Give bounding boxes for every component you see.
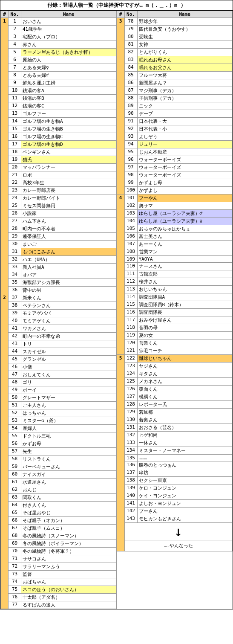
character-name: そば屋おやじ	[21, 509, 117, 517]
character-number: 24	[9, 194, 21, 202]
table-row: 125メカネさん	[117, 378, 233, 386]
table-row: 100かずよし	[117, 187, 233, 194]
character-number: 62	[9, 486, 21, 494]
table-row: 126覆面くん	[117, 386, 233, 393]
character-name: おおさる（芸名）	[137, 424, 233, 432]
table-row: 12銭湯の客C	[1, 102, 117, 110]
character-name: おんじ	[21, 486, 117, 494]
table-row: 68冬の風物詩（スノーマン）	[1, 532, 117, 540]
table-row: 143モヒカンもどきさん	[117, 515, 233, 523]
character-name: 調査団隊長	[137, 309, 233, 316]
table-row: 56かずお母	[1, 440, 117, 448]
character-number: 131	[124, 424, 137, 432]
character-number: 43	[9, 340, 21, 348]
table-row: 17ゴルフ場の生き物D	[1, 141, 117, 148]
character-name: 41歳学生	[21, 26, 117, 33]
character-number: 60	[9, 471, 21, 479]
table-row: 129若旦那	[117, 409, 233, 416]
table-row: 134ミスター・ノーマネー	[117, 447, 233, 455]
character-number: 42	[9, 333, 21, 340]
table-row: 114調査団隊員A	[117, 293, 233, 301]
character-number: 95	[124, 148, 137, 156]
table-row: 117おみやげ屋さん	[117, 316, 233, 324]
table-row: 67そば親子（ムスコ）	[1, 525, 117, 532]
character-number: 91	[124, 118, 137, 125]
character-name: ベテランさん	[21, 302, 117, 310]
character-name: ウォーターボーイズ	[137, 171, 233, 179]
table-row: 23カレー野郎店長	[1, 187, 117, 194]
character-name: おじいちゃん	[137, 286, 233, 293]
character-name: 調査団隊員A	[137, 293, 233, 301]
character-number: 129	[124, 409, 137, 416]
character-name: ハエ（UMA）	[21, 256, 117, 264]
character-number: 30	[9, 241, 21, 248]
character-number: 40	[9, 317, 21, 325]
table-row: 111古館次郎	[117, 270, 233, 278]
character-name: ササコさん	[21, 555, 117, 563]
table-row: 4101フーやん	[117, 194, 233, 202]
character-number: 140	[124, 492, 137, 500]
character-name: 冬の風物詩（ボイラーマン）	[21, 540, 117, 548]
table-row: 127横綱くん	[117, 393, 233, 401]
character-name: 関取くん	[21, 494, 117, 502]
character-name: カレー野郎店長	[21, 187, 117, 194]
character-name: ミスター・ノーマネー	[137, 447, 233, 455]
character-number: 7	[9, 64, 21, 72]
character-number: 29	[9, 233, 21, 241]
character-name: 背中の男	[21, 287, 117, 294]
table-row: 103ゆらし屋（ユーラシア夫妻）♂	[117, 210, 233, 218]
table-row: 7とある夫婦♀	[1, 64, 117, 72]
table-row: 49ボーイ	[1, 386, 117, 394]
character-name: ご主人さん	[21, 402, 117, 409]
table-row: 130若奥さん	[117, 416, 233, 424]
table-row: 42町内一の不幸な弟	[1, 333, 117, 340]
table-row: 133一休さん	[117, 439, 233, 447]
character-number: 92	[124, 125, 137, 133]
character-number: 111	[124, 270, 137, 278]
table-row: 116調査団隊長	[117, 309, 233, 316]
character-name: ケイ・ヨンジュン	[137, 492, 233, 500]
table-row: 131おおさる（芸名）	[117, 424, 233, 432]
character-number: 79	[124, 26, 137, 33]
character-name: モヒカンもどきさん	[137, 515, 233, 523]
table-row: 140ケイ・ヨンジュン	[117, 492, 233, 500]
table-row: 85フルーツ大将	[117, 72, 233, 79]
character-number: 109	[124, 256, 137, 263]
character-name: 奥サマ	[137, 202, 233, 210]
table-row: 19猫氏	[1, 156, 117, 164]
arrow-row: ↓	[117, 523, 233, 540]
character-name: モミアゲパパ	[21, 310, 117, 317]
character-name: 町内一の不幸者	[21, 225, 117, 233]
character-name: 連帯保証人	[21, 233, 117, 241]
character-number: 57	[9, 448, 21, 455]
character-number: 26	[9, 210, 21, 218]
character-name: ゴルフ場の生き物A	[21, 118, 117, 125]
character-name: 日本代表・小	[137, 125, 233, 133]
character-number: 100	[124, 187, 137, 194]
character-number: 83	[124, 56, 137, 64]
character-name: おばちゃん	[21, 578, 117, 586]
character-name: 新米くん	[21, 294, 117, 302]
character-name: スカイゼル	[21, 348, 117, 356]
character-name: ゴルフ場の生き物B	[21, 125, 117, 133]
character-number: 61	[9, 479, 21, 486]
table-row: 33新入社員A	[1, 264, 117, 271]
character-name: かずよし	[137, 187, 233, 194]
character-name: 赤さん	[21, 41, 117, 49]
character-name: ゴリ	[21, 379, 117, 386]
character-name: 日本代表・大	[137, 118, 233, 125]
character-number: 5	[9, 49, 21, 56]
character-number: 51	[9, 402, 21, 409]
character-name: 女神	[137, 41, 233, 49]
character-name: トリ	[21, 340, 117, 348]
table-row: 84眠れるお父さん	[117, 64, 233, 72]
table-row: 120営業くん	[117, 339, 233, 347]
character-name: 新聞屋さん？	[137, 79, 233, 87]
character-number: 76	[9, 594, 21, 601]
character-name: 海獣部アシカ課長	[21, 279, 117, 287]
character-name: そば親子（オカン）	[21, 517, 117, 525]
character-number: 85	[124, 72, 137, 79]
table-row: 29連帯保証人	[1, 233, 117, 241]
character-name: 覆面くん	[137, 386, 233, 393]
character-number: 14	[9, 118, 21, 125]
